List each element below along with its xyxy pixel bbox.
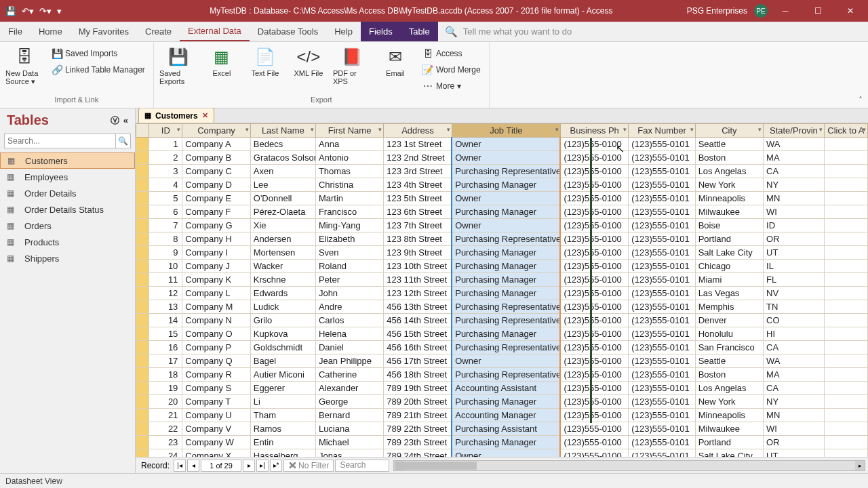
user-avatar[interactable]: PE bbox=[754, 4, 768, 18]
record-search-input[interactable]: Search bbox=[335, 460, 389, 472]
cell[interactable]: (123)555-0101 bbox=[629, 165, 695, 178]
cell[interactable]: (123)555-0101 bbox=[629, 232, 695, 246]
column-header-id[interactable]: ID▾ bbox=[149, 124, 182, 138]
cell[interactable]: WA bbox=[764, 354, 825, 368]
cell[interactable]: 789 24th Street bbox=[384, 449, 452, 458]
cell[interactable]: Jonas bbox=[315, 449, 383, 458]
cell[interactable]: Purchasing Manager bbox=[452, 395, 560, 409]
cell[interactable]: Goldschmidt bbox=[250, 341, 315, 354]
table-row[interactable]: 22Company VRamosLuciana789 22th StreetPu… bbox=[136, 422, 868, 436]
table-row[interactable]: 19Company SEggererAlexander789 19th Stre… bbox=[136, 382, 868, 395]
cell[interactable]: UT bbox=[764, 246, 825, 260]
cell[interactable]: 456 18th Street bbox=[384, 368, 452, 382]
cell[interactable]: Peter bbox=[315, 273, 383, 287]
cell[interactable]: (123)555-0100 bbox=[560, 219, 628, 232]
cell[interactable]: Company H bbox=[182, 232, 250, 246]
prev-record-button[interactable]: ◂ bbox=[187, 460, 199, 472]
cell[interactable]: Hasselberg bbox=[250, 449, 315, 458]
nav-table-customers[interactable]: ▦Customers bbox=[0, 152, 135, 169]
cell[interactable]: 24 bbox=[149, 449, 182, 458]
row-selector[interactable] bbox=[136, 341, 149, 354]
ribbon-saved-exportsbutton[interactable]: 💾Saved Exports bbox=[159, 45, 197, 85]
cell[interactable]: Salt Lake City bbox=[695, 449, 763, 458]
cell[interactable]: 123 5th Street bbox=[384, 192, 452, 205]
ribbon-saved-importsbutton[interactable]: 💾Saved Imports bbox=[49, 46, 148, 61]
cell[interactable]: Seattle bbox=[695, 138, 763, 151]
cell[interactable]: (123)555-0100 bbox=[560, 151, 628, 165]
column-dropdown-icon[interactable]: ▾ bbox=[311, 126, 314, 133]
column-header-state-provin[interactable]: State/Provin▾ bbox=[764, 124, 825, 138]
cell[interactable]: Ramos bbox=[250, 422, 315, 436]
ribbon-tab-database-tools[interactable]: Database Tools bbox=[250, 22, 326, 41]
cell[interactable]: ID bbox=[764, 219, 825, 232]
cell[interactable]: (123)555-0101 bbox=[629, 314, 695, 327]
cell[interactable]: 456 15th Street bbox=[384, 327, 452, 341]
table-row[interactable]: 4Company DLeeChristina123 4th StreetPurc… bbox=[136, 178, 868, 192]
cell[interactable]: Company W bbox=[182, 436, 250, 449]
cell[interactable]: Autier Miconi bbox=[250, 368, 315, 382]
column-dropdown-icon[interactable]: ▾ bbox=[690, 126, 694, 133]
cell[interactable]: 123 3rd Street bbox=[384, 165, 452, 178]
cell[interactable]: 15 bbox=[149, 327, 182, 341]
cell[interactable]: Elizabeth bbox=[315, 232, 383, 246]
column-header-address[interactable]: Address▾ bbox=[384, 124, 452, 138]
cell[interactable]: (123)555-0101 bbox=[629, 449, 695, 458]
cell[interactable]: Owner bbox=[452, 354, 560, 368]
tellme-search-icon[interactable]: 🔍 bbox=[445, 26, 458, 38]
cell[interactable]: 456 17th Street bbox=[384, 354, 452, 368]
cell[interactable]: 456 14th Street bbox=[384, 314, 452, 327]
cell[interactable]: Purchasing Manager bbox=[452, 205, 560, 219]
column-header-first-name[interactable]: First Name▾ bbox=[315, 124, 383, 138]
cell[interactable]: CA bbox=[764, 341, 825, 354]
cell[interactable]: Purchasing Representative bbox=[452, 368, 560, 382]
cell[interactable]: 789 21th Street bbox=[384, 409, 452, 422]
cell[interactable]: Minneapolis bbox=[695, 192, 763, 205]
cell[interactable]: Miami bbox=[695, 273, 763, 287]
row-selector[interactable] bbox=[136, 314, 149, 327]
cell[interactable]: (123)555-0100 bbox=[560, 368, 628, 382]
cell[interactable]: CA bbox=[764, 165, 825, 178]
ribbon-tab-file[interactable]: File bbox=[0, 22, 31, 41]
ribbon-tab-home[interactable]: Home bbox=[31, 22, 71, 41]
cell[interactable]: Boston bbox=[695, 368, 763, 382]
cell[interactable]: (123)555-0100 bbox=[560, 395, 628, 409]
cell[interactable]: Portland bbox=[695, 232, 763, 246]
table-row[interactable]: 6Company FPérez-OlaetaFrancisco123 6th S… bbox=[136, 205, 868, 219]
cell[interactable]: (123)555-0101 bbox=[629, 422, 695, 436]
cell[interactable]: (123)555-0101 bbox=[629, 287, 695, 300]
column-header-fax-number[interactable]: Fax Number▾ bbox=[629, 124, 695, 138]
cell[interactable]: (123)555-0101 bbox=[629, 409, 695, 422]
cell[interactable]: Bernard bbox=[315, 409, 383, 422]
cell[interactable]: MA bbox=[764, 368, 825, 382]
cell[interactable]: Owner bbox=[452, 151, 560, 165]
cell[interactable]: 123 6th Street bbox=[384, 205, 452, 219]
cell[interactable]: CA bbox=[764, 382, 825, 395]
cell[interactable]: Antonio bbox=[315, 151, 383, 165]
cell[interactable]: 14 bbox=[149, 314, 182, 327]
cell[interactable]: Company B bbox=[182, 151, 250, 165]
cell[interactable]: Company J bbox=[182, 260, 250, 273]
cell[interactable]: (123)555-0100 bbox=[560, 449, 628, 458]
cell[interactable]: (123)555-0100 bbox=[560, 138, 628, 151]
cell[interactable]: Milwaukee bbox=[695, 422, 763, 436]
cell[interactable]: (123)555-0101 bbox=[629, 368, 695, 382]
cell[interactable]: Company R bbox=[182, 368, 250, 382]
column-header-company[interactable]: Company▾ bbox=[182, 124, 250, 138]
cell[interactable]: San Francisco bbox=[695, 341, 763, 354]
cell[interactable]: 5 bbox=[149, 192, 182, 205]
cell[interactable]: (123)555-0101 bbox=[629, 151, 695, 165]
cell[interactable]: WI bbox=[764, 205, 825, 219]
cell[interactable]: 123 4th Street bbox=[384, 178, 452, 192]
row-selector[interactable] bbox=[136, 165, 149, 178]
cell[interactable]: (123)555-0100 bbox=[560, 165, 628, 178]
document-tab-customers[interactable]: ▦ Customers ✕ bbox=[138, 108, 214, 123]
cell[interactable]: (123)555-0100 bbox=[560, 409, 628, 422]
cell[interactable]: 123 9th Street bbox=[384, 246, 452, 260]
cell[interactable]: 6 bbox=[149, 205, 182, 219]
cell[interactable]: 11 bbox=[149, 273, 182, 287]
cell[interactable]: Francisco bbox=[315, 205, 383, 219]
ribbon-tab-table[interactable]: Table bbox=[401, 22, 438, 41]
cell[interactable]: 123 10th Street bbox=[384, 260, 452, 273]
row-selector[interactable] bbox=[136, 354, 149, 368]
cell[interactable]: (123)555-0101 bbox=[629, 300, 695, 314]
